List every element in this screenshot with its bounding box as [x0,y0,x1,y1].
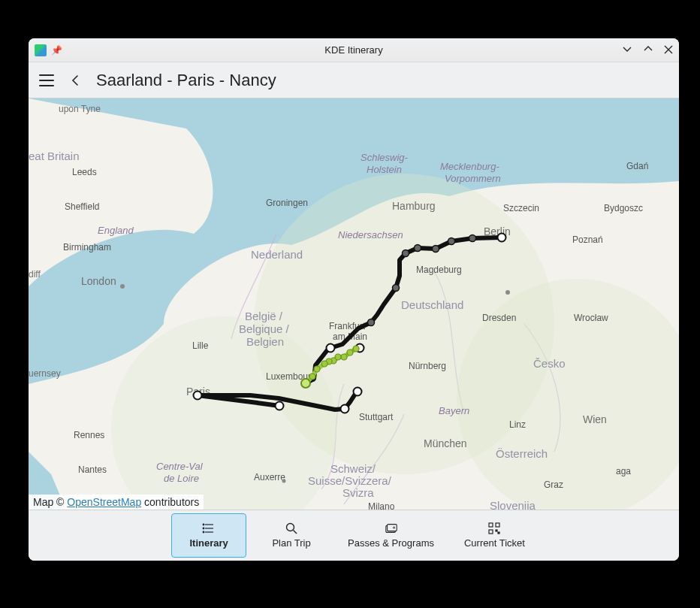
label-bayern: Bayern [439,405,469,416]
label-poznan: Poznań [572,234,603,245]
svg-rect-44 [489,530,493,534]
svg-point-34 [203,524,204,525]
svg-line-38 [294,531,297,534]
label-england: England [98,225,134,236]
svg-point-26 [301,379,310,388]
label-belgique: Belgique / [239,322,290,335]
label-uernsey: uernsey [29,368,61,379]
label-belgie: België / [245,310,283,322]
qrcode-icon [487,522,501,535]
label-vorpommern: Vorpommern [445,173,501,184]
label-milano: Milano [368,501,395,510]
app-icon [35,44,47,56]
close-button[interactable] [664,44,673,56]
itinerary-icon [202,522,216,535]
svg-point-9 [448,238,455,245]
label-hamburg: Hamburg [392,200,436,212]
tab-label: Itinerary [189,538,228,549]
svg-point-8 [469,235,476,242]
svg-point-17 [353,346,359,352]
tab-current-ticket[interactable]: Current Ticket [453,513,536,558]
label-nurnberg: Nürnberg [409,361,446,371]
bottom-tabbar: Itinerary Plan Trip Passes & Programs Cu… [29,510,679,561]
label-niedersachsen: Niedersachsen [338,229,403,240]
svg-point-6 [282,479,286,483]
label-rennes: Rennes [74,430,104,440]
map-canvas[interactable]: upon Tyne eat Britain Leeds Sheffield En… [29,98,679,510]
tab-itinerary[interactable]: Itinerary [171,513,246,558]
svg-point-12 [403,250,409,257]
label-deutschland: Deutschland [401,298,463,311]
svg-rect-46 [498,532,499,534]
map-view[interactable]: upon Tyne eat Britain Leeds Sheffield En… [29,98,679,510]
label-sheffield: Sheffield [65,201,99,212]
svg-point-23 [321,361,327,367]
svg-rect-40 [387,525,397,531]
map-attribution: Map © OpenStreetMap contributors [29,495,204,510]
hamburger-icon[interactable] [39,73,54,88]
titlebar[interactable]: 📌 KDE Itinerary [29,38,679,62]
svg-point-16 [327,344,335,352]
window-title: KDE Itinerary [29,44,679,56]
svg-point-4 [120,284,125,289]
svg-point-28 [341,405,349,413]
tab-passes[interactable]: Passes & Programs [336,513,445,558]
label-munchen: München [424,437,467,449]
label-graz: Graz [544,479,563,490]
svg-point-35 [203,528,204,529]
label-leeds: Leeds [72,167,97,177]
label-slovenija: Slovenija [490,499,536,510]
label-suisse: Suisse/Svizzera/ [308,474,392,487]
svg-point-25 [309,374,315,380]
svg-point-30 [276,402,284,410]
svg-point-36 [203,531,204,533]
label-diff: diff [29,269,41,280]
label-nederland: Nederland [251,248,303,261]
label-gdar: Gdań [626,161,648,171]
svg-point-37 [287,524,294,531]
label-bydgoszc: Bydgoszc [604,203,643,213]
svg-point-11 [415,245,421,252]
label-aga: aga [616,466,631,476]
label-belgien: Belgien [246,335,284,348]
tab-plan-trip[interactable]: Plan Trip [254,513,329,558]
window-controls [622,44,673,56]
label-schleswig: Schleswig- [361,152,409,163]
maximize-button[interactable] [643,44,653,56]
label-lille: Lille [192,340,209,351]
label-groningen: Groningen [266,198,308,208]
app-window: 📌 KDE Itinerary Saarland - Paris - Nancy [29,38,679,561]
pin-icon[interactable]: 📌 [51,45,62,56]
tab-label: Current Ticket [464,538,525,549]
label-de-loire: de Loire [164,473,199,484]
label-birmingham: Birmingham [63,242,111,253]
label-great-britain: eat Britain [29,150,80,162]
svg-point-5 [505,290,510,295]
label-upon-tyne: upon Tyne [59,104,101,114]
label-schweiz: Schweiz/ [330,462,376,475]
svg-point-7 [498,234,506,242]
label-centre-val: Centre-Val [156,461,204,472]
label-nantes: Nantes [78,464,107,475]
attribution-suffix: contributors [141,496,199,508]
svg-point-27 [354,388,362,396]
tab-label: Plan Trip [272,538,310,549]
svg-rect-42 [489,523,493,527]
svg-point-14 [368,319,375,326]
attribution-prefix: Map © [33,496,67,508]
label-mecklenburg: Mecklenburg- [440,161,499,172]
svg-point-29 [194,392,202,400]
svg-point-10 [433,246,439,253]
osm-link[interactable]: OpenStreetMap [67,496,141,508]
svg-point-19 [341,354,347,360]
label-linz: Linz [509,419,526,430]
label-dresden: Dresden [482,313,516,323]
label-auxerre: Auxerre [254,472,285,482]
label-cesko: Česko [533,357,566,370]
back-button[interactable] [68,73,83,88]
svg-rect-45 [496,530,497,531]
minimize-button[interactable] [622,44,632,56]
label-osterreich: Österreich [496,447,548,460]
label-szczecin: Szczecin [503,203,539,213]
svg-rect-43 [496,523,499,527]
